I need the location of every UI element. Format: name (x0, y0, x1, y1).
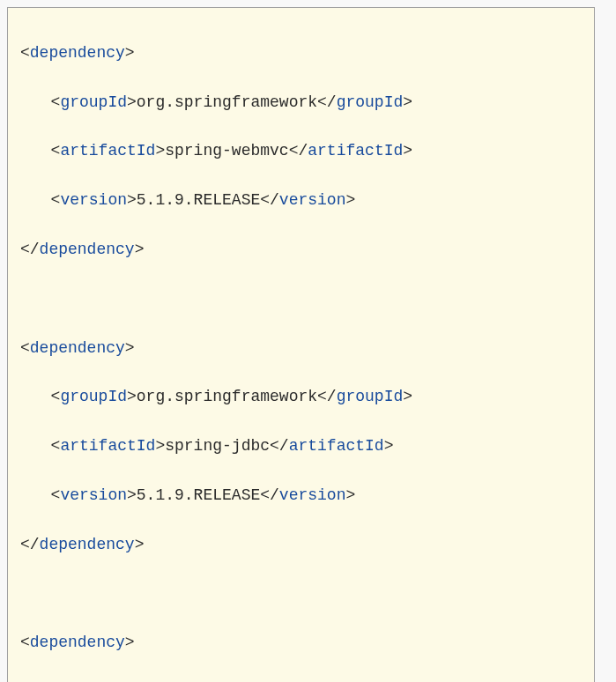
value-version: 5.1.9.RELEASE (137, 191, 260, 209)
blank-line (20, 582, 582, 606)
tag-dependency-open: dependency (30, 634, 125, 651)
tag-version-close: version (279, 191, 346, 209)
tag-dependency-open: dependency (30, 339, 125, 357)
tag-dependency-open: dependency (30, 44, 125, 62)
tag-dependency-close: dependency (40, 536, 135, 553)
xml-line: <dependency> (20, 41, 582, 66)
xml-line: <artifactId>spring-webmvc</artifactId> (20, 139, 582, 164)
tag-groupid: groupId (60, 93, 127, 111)
tag-version: version (60, 486, 127, 504)
xml-line: <groupId>org.springframework</groupId> (20, 385, 582, 410)
value-artifactid: spring-jdbc (165, 437, 270, 455)
tag-dependency-close: dependency (40, 241, 135, 258)
xml-line: <groupId>org.springframework</groupId> (20, 91, 582, 115)
value-groupid: org.springframework (137, 93, 317, 111)
tag-artifactid: artifactId (60, 437, 155, 455)
xml-line: </dependency> (20, 533, 582, 558)
tag-artifactid-close: artifactId (308, 142, 403, 159)
xml-line: <dependency> (20, 631, 582, 656)
tag-artifactid-close: artifactId (289, 437, 384, 455)
tag-version-close: version (279, 486, 346, 504)
tag-groupid: groupId (60, 388, 127, 405)
xml-line: <dependency> (20, 337, 582, 361)
xml-code-block: <dependency> <groupId>org.springframewor… (7, 7, 595, 682)
xml-line: <artifactId>spring-jdbc</artifactId> (20, 434, 582, 459)
blank-line (20, 287, 582, 312)
value-version: 5.1.9.RELEASE (137, 486, 260, 504)
xml-line: <version>5.1.9.RELEASE</version> (20, 484, 582, 508)
tag-artifactid: artifactId (60, 142, 155, 159)
tag-groupid-close: groupId (337, 93, 404, 111)
xml-line: </dependency> (20, 238, 582, 263)
tag-groupid-close: groupId (337, 388, 404, 405)
value-artifactid: spring-webmvc (165, 142, 288, 159)
tag-version: version (60, 191, 127, 209)
xml-line: <version>5.1.9.RELEASE</version> (20, 189, 582, 213)
value-groupid: org.springframework (137, 388, 317, 405)
